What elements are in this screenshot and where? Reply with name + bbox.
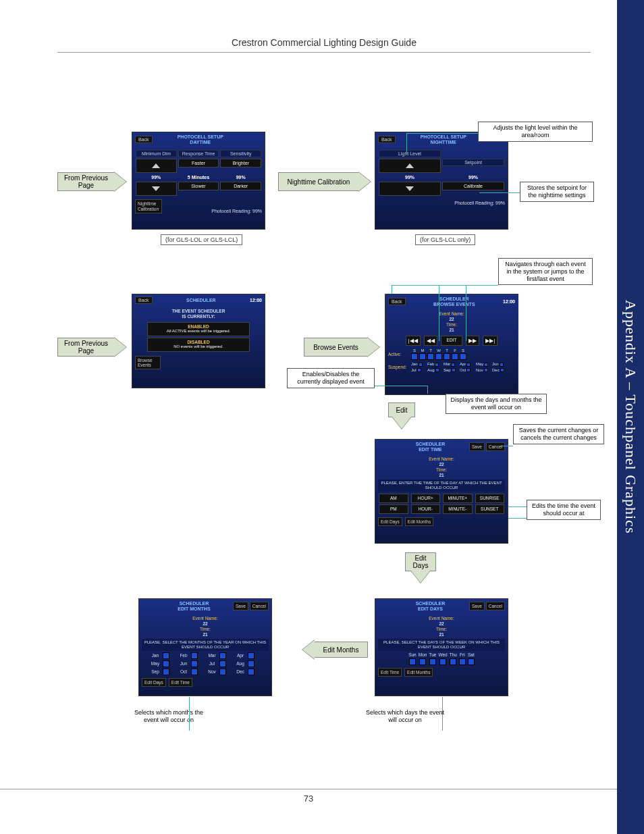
hour-minus-button[interactable]: HOUR- [411, 504, 441, 514]
event-name-value: 22 [378, 462, 505, 467]
first-button[interactable]: |◀◀ [406, 336, 421, 346]
subcap-1: (for GLS-LOL or GLS-LCL) [161, 234, 242, 245]
day-toggle[interactable]: Thu [450, 652, 457, 665]
hour-plus-button[interactable]: HOUR+ [411, 494, 441, 503]
pm-button[interactable]: PM [379, 504, 408, 514]
panel-title: SCHEDULER BROWSE EVENTS [406, 296, 504, 307]
day-toggle[interactable]: Fri [459, 652, 466, 665]
month-toggle[interactable]: Jun [178, 660, 205, 667]
callout-adjust-light: Adjusts the light level within the area/… [478, 122, 593, 142]
prev-button[interactable]: ◀◀ [424, 336, 437, 346]
edit-time-tab[interactable]: Edit Time [169, 678, 192, 687]
month-toggle[interactable]: Feb [178, 652, 205, 659]
save-button[interactable]: Save [469, 442, 485, 451]
page-header: Crestron Commercial Lighting Design Guid… [57, 37, 591, 53]
down-button[interactable] [379, 182, 441, 196]
brighter-button[interactable]: Brighter [220, 159, 261, 167]
back-button[interactable]: Back [388, 298, 406, 305]
month-toggle[interactable]: Mar [206, 652, 233, 659]
cancel-button[interactable]: Cancel [250, 602, 269, 610]
back-button[interactable]: Back [135, 136, 153, 143]
day-toggle[interactable]: Sat [468, 652, 475, 665]
edit-time-tab[interactable]: Edit Time [378, 668, 402, 677]
sensitivity-value: 99% [219, 174, 262, 181]
month-toggle[interactable]: Apr [234, 652, 261, 659]
minute-minus-button[interactable]: MINUTE- [443, 504, 473, 514]
disabled-button[interactable]: DISABLED NO events will be triggered. [147, 338, 250, 352]
calibrate-button[interactable]: Calibrate [442, 182, 504, 190]
subcap-2: (for GLS-LCL only) [415, 234, 475, 245]
am-button[interactable]: AM [379, 494, 408, 503]
month-cell: Aug [427, 368, 443, 373]
day-toggle[interactable]: Wed [438, 652, 447, 665]
day-cell: T [444, 348, 450, 360]
minute-plus-button[interactable]: MINUTE+ [443, 494, 473, 503]
edit-button[interactable]: EDIT [441, 336, 463, 346]
sunrise-button[interactable]: SUNRISE [475, 494, 505, 503]
day-toggle[interactable]: Tue [429, 652, 436, 665]
clock-label: 12:00 [503, 299, 515, 304]
month-toggle[interactable]: Aug [234, 660, 261, 667]
event-time-label: Time: [378, 627, 505, 632]
save-button[interactable]: Save [469, 602, 485, 610]
month-cell: Dec [492, 368, 508, 373]
months-row: JanFebMarAprMayJunJulAugSepOctNovDec [411, 362, 512, 372]
panel-title: SCHEDULER EDIT DAYS [392, 601, 469, 611]
month-cell: Feb [427, 362, 443, 367]
photocell-reading: Photocell Reading: 99% [211, 209, 262, 213]
back-button[interactable]: Back [135, 296, 153, 304]
callout-days-months: Displays the days and months the event w… [446, 394, 547, 414]
darker-button[interactable]: Darker [220, 182, 261, 190]
event-name-value: 22 [378, 621, 505, 627]
month-toggle[interactable]: Oct [178, 669, 205, 675]
event-time-label: Time: [142, 627, 269, 632]
month-cell: Jul [411, 368, 427, 373]
next-button[interactable]: ▶▶ [466, 336, 479, 346]
months-picker: JanFebMarAprMayJunJulAugSepOctNovDec [142, 652, 269, 675]
edit-days-tab[interactable]: Edit Days [142, 678, 166, 687]
down-button[interactable] [136, 182, 177, 196]
panel-title: SCHEDULER EDIT MONTHS [155, 601, 233, 611]
day-toggle[interactable]: Sun [408, 652, 417, 665]
arrow-edit: Edit [388, 402, 415, 417]
section-tab-label: Appendix A – Touchpanel Graphics [622, 300, 639, 534]
month-cell: Oct [460, 368, 475, 373]
month-cell: Jan [411, 362, 427, 367]
callout-enable-disable: Enables/Disables the currently displayed… [287, 368, 375, 388]
event-time-value: 21 [378, 473, 505, 478]
month-toggle[interactable]: Nov [206, 669, 233, 675]
browse-events-tab[interactable]: Browse Events [135, 356, 161, 369]
clock-label: 12:00 [250, 298, 262, 303]
up-button[interactable] [136, 159, 177, 173]
last-button[interactable]: ▶▶| [483, 336, 498, 346]
touchpanel-edit-months: SCHEDULER EDIT MONTHS Save Cancel Event … [138, 598, 272, 696]
day-toggle[interactable]: Mon [419, 652, 427, 665]
month-toggle[interactable]: Jan [149, 652, 176, 659]
slower-button[interactable]: Slower [178, 182, 219, 190]
month-toggle[interactable]: Sep [149, 669, 176, 675]
touchpanel-photocell-daytime: Back PHOTOCELL SETUP DAYTIME Minimum Dim… [132, 132, 265, 230]
event-time-value: 21 [388, 328, 515, 333]
nighttime-cal-tab[interactable]: Nighttime Calibration [135, 199, 162, 213]
save-button[interactable]: Save [233, 602, 248, 610]
back-button[interactable]: Back [378, 136, 396, 143]
panel-title: PHOTOCELL SETUP DAYTIME [153, 134, 248, 145]
enabled-button[interactable]: ENABLED All ACTIVE events will be trigge… [147, 322, 250, 336]
edit-months-tab[interactable]: Edit Months [404, 668, 433, 677]
cancel-button[interactable]: Cancel [486, 442, 505, 451]
edit-days-tab[interactable]: Edit Days [378, 517, 402, 526]
active-label: Active: [388, 352, 410, 357]
event-time-label: Time: [378, 467, 505, 473]
month-toggle[interactable]: Jul [206, 660, 233, 667]
event-name-label: Event Name: [378, 616, 505, 621]
sunset-button[interactable]: SUNSET [475, 504, 505, 514]
cancel-button[interactable]: Cancel [486, 602, 505, 610]
col-light-level: Light Level [379, 150, 441, 157]
month-toggle[interactable]: May [149, 660, 176, 667]
month-toggle[interactable]: Dec [234, 669, 261, 675]
up-button[interactable] [379, 159, 441, 173]
day-cell: W [435, 348, 442, 360]
edit-months-tab[interactable]: Edit Months [405, 517, 433, 526]
day-cell: F [452, 348, 458, 360]
faster-button[interactable]: Faster [178, 159, 219, 167]
